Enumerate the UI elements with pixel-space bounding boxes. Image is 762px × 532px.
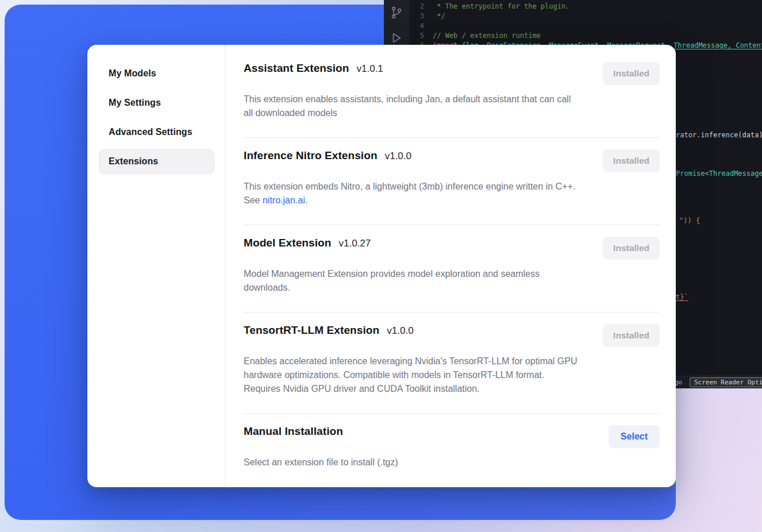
settings-modal: My Models My Settings Advanced Settings … bbox=[87, 45, 676, 487]
extension-description: Enables accelerated inference leveraging… bbox=[244, 354, 580, 396]
sidebar-item-extensions[interactable]: Extensions bbox=[99, 149, 214, 174]
extension-title: TensortRT-LLM Extension bbox=[244, 324, 379, 337]
extension-title: Inference Nitro Extension bbox=[244, 149, 378, 162]
line-number: 2 bbox=[409, 2, 424, 10]
code-text: */ bbox=[433, 12, 445, 20]
sidebar-item-advanced-settings[interactable]: Advanced Settings bbox=[99, 119, 214, 145]
extension-version: v1.0.1 bbox=[357, 63, 383, 75]
sidebar-item-my-models[interactable]: My Models bbox=[99, 61, 214, 86]
select-file-button[interactable]: Select bbox=[609, 425, 660, 448]
code-fragment: t}` bbox=[676, 293, 688, 301]
code-line: 5 // Web / extension runtime bbox=[409, 30, 762, 40]
extension-section-assistant: Assistant Extension v1.0.1 Installed Thi… bbox=[244, 54, 660, 138]
code-line: 2 * The entrypoint for the plugin. bbox=[409, 1, 762, 11]
line-number: 4 bbox=[409, 22, 424, 30]
manual-installation-description: Select an extension file to install (.tg… bbox=[244, 456, 580, 469]
line-number: 3 bbox=[409, 12, 424, 20]
extension-version: v1.0.27 bbox=[338, 238, 371, 249]
extension-version: v1.0.0 bbox=[387, 325, 413, 337]
extension-description: Model Management Extension provides mode… bbox=[244, 267, 580, 295]
manual-installation-section: Manual Installation Select Select an ext… bbox=[244, 414, 660, 469]
description-text: . bbox=[305, 195, 307, 205]
code-line: 4 bbox=[409, 21, 762, 30]
installed-button[interactable]: Installed bbox=[603, 237, 660, 260]
extension-title: Assistant Extension bbox=[244, 62, 349, 75]
installed-button[interactable]: Installed bbox=[603, 149, 660, 172]
sidebar-item-my-settings[interactable]: My Settings bbox=[99, 90, 214, 115]
code-text: * The entrypoint for the plugin. bbox=[433, 2, 569, 10]
code-fragment: ")) { bbox=[679, 217, 700, 225]
run-debug-icon[interactable] bbox=[390, 31, 403, 45]
code-fragment: rator.inference(data)); bbox=[676, 131, 762, 139]
manual-installation-title: Manual Installation bbox=[244, 425, 343, 438]
nitro-jan-ai-link[interactable]: nitro.jan.ai bbox=[263, 195, 305, 205]
code-text: // Web / extension runtime bbox=[433, 32, 541, 40]
line-number: 5 bbox=[409, 32, 424, 40]
screen-reader-badge[interactable]: Screen Reader Optimized bbox=[690, 377, 762, 387]
code-line: 3 */ bbox=[409, 11, 762, 21]
extension-section-tensorrt: TensortRT-LLM Extension v1.0.0 Installed… bbox=[244, 313, 660, 414]
extension-description: This extension embeds Nitro, a lightweig… bbox=[244, 180, 580, 207]
page: 2 * The entrypoint for the plugin. 3 */ … bbox=[0, 0, 762, 532]
installed-button[interactable]: Installed bbox=[603, 62, 660, 85]
settings-sidebar: My Models My Settings Advanced Settings … bbox=[87, 45, 225, 487]
installed-button[interactable]: Installed bbox=[603, 324, 660, 347]
extension-section-model: Model Extension v1.0.27 Installed Model … bbox=[244, 225, 660, 313]
source-control-icon[interactable] bbox=[390, 6, 403, 20]
code-fragment: Promise<ThreadMessage> bbox=[676, 169, 762, 178]
extension-title: Model Extension bbox=[244, 237, 331, 249]
extension-description: This extension enables assistants, inclu… bbox=[244, 92, 580, 120]
extensions-panel: Assistant Extension v1.0.1 Installed Thi… bbox=[225, 45, 676, 487]
extension-version: v1.0.0 bbox=[385, 151, 411, 162]
editor-code-area: 2 * The entrypoint for the plugin. 3 */ … bbox=[409, 1, 762, 50]
extension-section-nitro: Inference Nitro Extension v1.0.0 Install… bbox=[244, 138, 660, 225]
